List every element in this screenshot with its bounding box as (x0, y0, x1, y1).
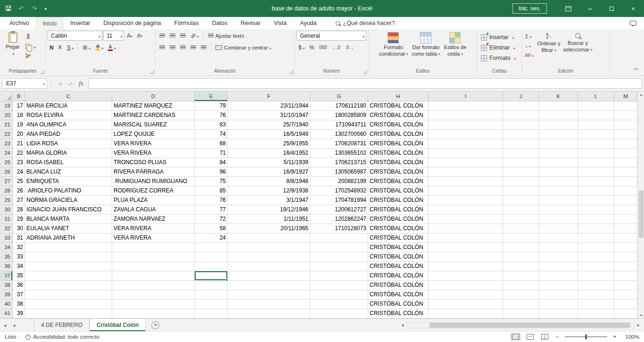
cell-e38[interactable] (195, 281, 228, 290)
cell-f35[interactable] (228, 252, 310, 262)
cell-j26[interactable] (503, 167, 539, 177)
cell-c25[interactable]: ROSA ISABEL (25, 158, 112, 167)
clipboard-dialog-launcher[interactable] (41, 70, 44, 74)
tab-fórmulas[interactable]: Fórmulas (168, 17, 206, 29)
cell-e30[interactable]: 77 (195, 205, 228, 215)
cell-c19[interactable]: MARIA ERCILIA (25, 101, 112, 111)
cell-j35[interactable] (503, 252, 539, 262)
decrease-indent-button[interactable] (189, 42, 198, 52)
cell-d35[interactable] (112, 252, 195, 262)
cell-m30[interactable] (614, 205, 637, 215)
collapse-ribbon-button[interactable] (634, 68, 638, 73)
cell-g31[interactable]: 1202862247 (310, 215, 368, 224)
cell-h27[interactable]: CRISTÓBAL COLÓN (368, 177, 429, 186)
cell-c38[interactable] (25, 281, 112, 290)
cell-k27[interactable] (539, 177, 578, 186)
column-header-f[interactable]: F (228, 92, 310, 101)
cell-j38[interactable] (503, 281, 539, 290)
cell-f25[interactable]: 5/11/1939 (228, 158, 310, 167)
cell-l26[interactable] (578, 167, 614, 177)
cell-b29[interactable]: 27 (13, 196, 25, 205)
cell-f33[interactable] (228, 234, 310, 243)
cell-b24[interactable]: 22 (13, 149, 25, 158)
clear-dropdown[interactable] (530, 52, 534, 58)
zoom-level[interactable]: 100% (622, 334, 639, 340)
cell-l36[interactable] (578, 262, 614, 271)
font-dialog-launcher[interactable] (150, 70, 154, 74)
cell-l32[interactable] (578, 224, 614, 234)
tab-revisar[interactable]: Revisar (234, 17, 267, 29)
cell-k35[interactable] (539, 252, 578, 262)
column-header-j[interactable]: J (503, 92, 539, 101)
cell-b25[interactable]: 23 (13, 158, 25, 167)
cell-g36[interactable] (310, 262, 368, 271)
cell-e27[interactable]: 75 (195, 177, 228, 186)
cell-g41[interactable] (310, 309, 368, 318)
cell-b31[interactable]: 29 (13, 215, 25, 224)
row-header-20[interactable]: 20 (0, 111, 13, 120)
cell-i32[interactable] (429, 224, 503, 234)
orientation-button[interactable]: ab (189, 31, 201, 41)
cell-b34[interactable]: 32 (13, 243, 25, 252)
cell-g32[interactable]: 1710128073 (310, 224, 368, 234)
cell-styles-dropdown[interactable] (460, 50, 463, 57)
column-header-e[interactable]: E (195, 92, 228, 101)
cell-f40[interactable] (228, 300, 310, 309)
cell-d38[interactable] (112, 281, 195, 290)
fill-color-button[interactable] (93, 42, 106, 52)
scroll-right-button[interactable]: ▸ (635, 323, 642, 327)
font-color-dropdown[interactable] (113, 44, 116, 51)
cell-i37[interactable] (429, 271, 503, 281)
row-header-24[interactable]: 24 (0, 149, 13, 158)
cell-h30[interactable]: CRISTÓBAL COLÓN (368, 205, 429, 215)
cell-b41[interactable]: 39 (13, 309, 25, 318)
cell-m37[interactable] (614, 271, 637, 281)
cell-k40[interactable] (539, 300, 578, 309)
column-header-k[interactable]: K (539, 92, 578, 101)
cell-e29[interactable]: 76 (195, 196, 228, 205)
cell-j32[interactable] (503, 224, 539, 234)
fill-handle[interactable] (226, 279, 228, 281)
conditional-formatting-button[interactable]: Formato condicional (378, 31, 410, 68)
autosum-button[interactable]: Σ (524, 32, 535, 41)
cell-m25[interactable] (614, 158, 637, 167)
cell-e32[interactable]: 58 (195, 224, 228, 234)
tab-archivo[interactable]: Archivo (3, 17, 36, 29)
number-dialog-launcher[interactable] (363, 70, 367, 74)
cell-e26[interactable]: 96 (195, 167, 228, 177)
cell-g20[interactable]: 1800285809 (310, 111, 368, 120)
cell-e39[interactable] (195, 290, 228, 300)
italic-button[interactable]: K (57, 42, 64, 52)
cell-l19[interactable] (578, 101, 614, 111)
comments-button[interactable] (630, 19, 636, 27)
cell-f26[interactable]: 16/9/1927 (228, 167, 310, 177)
cell-f32[interactable]: 20/11/1965 (228, 224, 310, 234)
cell-l34[interactable] (578, 243, 614, 252)
cell-i29[interactable] (429, 196, 503, 205)
cell-m22[interactable] (614, 130, 637, 139)
cell-m32[interactable] (614, 224, 637, 234)
underline-dropdown[interactable] (71, 44, 74, 51)
cell-b37[interactable]: 35 (13, 271, 25, 281)
cell-k32[interactable] (539, 224, 578, 234)
cell-l33[interactable] (578, 234, 614, 243)
tab-datos[interactable]: Datos (206, 17, 234, 29)
wrap-text-button[interactable]: Ajustar texto (206, 31, 246, 41)
align-middle-button[interactable] (168, 31, 177, 41)
ribbon-display-options-button[interactable] (557, 0, 579, 17)
cell-k36[interactable] (539, 262, 578, 271)
cell-e20[interactable]: 76 (195, 111, 228, 120)
insert-cells-button[interactable]: Insertar (479, 33, 518, 42)
sheet-nav-right-button[interactable]: ▸ (10, 323, 20, 328)
redo-button[interactable]: ↷ (32, 5, 37, 12)
cell-g29[interactable]: 1704781994 (310, 196, 368, 205)
cell-b26[interactable]: 24 (13, 167, 25, 177)
cell-e34[interactable] (195, 243, 228, 252)
cell-g38[interactable] (310, 281, 368, 290)
name-box-dropdown[interactable] (41, 80, 45, 87)
cell-i24[interactable] (429, 149, 503, 158)
cell-i23[interactable] (429, 139, 503, 149)
cell-f31[interactable]: 1/11/1951 (228, 215, 310, 224)
find-select-dropdown[interactable] (589, 46, 593, 53)
cell-d21[interactable]: MARISCAL SUAREZ (112, 120, 195, 130)
